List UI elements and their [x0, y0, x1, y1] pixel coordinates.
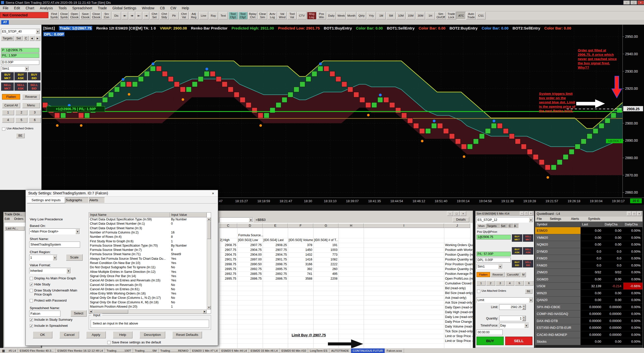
toolbar-button-ray[interactable]: Ray	[209, 12, 218, 19]
toolbar-button-sim-on-off[interactable]: Sim On/Off	[435, 12, 446, 19]
taskbar-tab-esm20-15-min-6-l4[interactable]: ESM20 15 Min #6 L4	[249, 348, 280, 353]
toolbar-button-yrly[interactable]: Yrly	[367, 12, 376, 19]
trade-orders-menu-edit[interactable]: Edit	[5, 217, 14, 221]
col-header-E[interactable]: E	[263, 223, 288, 228]
sheet-cell[interactable]: 3166	[288, 262, 312, 267]
sim-buy-button-2[interactable]: BUY BID	[512, 260, 522, 268]
toolbar-button-actv-log[interactable]: Actv Log	[268, 12, 277, 19]
qty-preset-6[interactable]: 6	[29, 117, 41, 123]
sheet-cell[interactable]: 2908.75	[220, 243, 236, 247]
sim-tab-a[interactable]: A	[514, 224, 519, 228]
qb-symbol-ymm20[interactable]: YMM20	[535, 234, 581, 241]
sheet-cell[interactable]: 2904.75	[263, 253, 287, 257]
toolbar-button-chrt-stdy[interactable]: Chrt Stdy	[160, 12, 169, 19]
input-row-value[interactable]: No	[171, 287, 206, 291]
toolbar-button-tool-val[interactable]: Tool Val	[287, 12, 297, 19]
toolbar-button-save-cbook[interactable]: Save Cbook	[80, 12, 90, 19]
sheet-cell[interactable]: 2892.75	[220, 272, 236, 276]
account-select[interactable]: ES_STOP_40▼	[1, 29, 40, 34]
sell-button-1[interactable]: SELL ASK	[14, 82, 27, 91]
toolbar-button-val-wind[interactable]: Val Wind	[278, 12, 287, 19]
qb-menu-file[interactable]: File	[537, 217, 547, 221]
input-row-name[interactable]: Maximum Position Allowed (In:20)	[90, 305, 170, 309]
toolbar-button-qtrly[interactable]: Qtrly	[357, 12, 366, 19]
trade-tab-targets[interactable]: Targets	[1, 36, 14, 41]
input-row-name[interactable]: Do Not Output Subgraphs Set To Ignore (I…	[90, 265, 170, 270]
sim-flatten-button[interactable]: Flatten	[477, 272, 490, 277]
sim-qty-preset-6[interactable]: 6	[524, 281, 533, 286]
toolbar-button-srv-con[interactable]: Srv Con	[102, 12, 111, 19]
qty-preset-2[interactable]: 2	[15, 110, 27, 115]
qb-symbol-stocks[interactable]: Stocks	[535, 338, 581, 345]
dropdown-arrow-icon[interactable]: ▼	[76, 229, 80, 234]
toolbar-button-line[interactable]: Line	[199, 12, 208, 19]
sheet-cell[interactable]: 1432	[288, 253, 312, 257]
qb-min-button[interactable]: –	[627, 212, 631, 216]
sheet-cell[interactable]: 260	[314, 267, 337, 271]
toolbar-button-atc[interactable]: ATC	[456, 12, 466, 19]
time-field[interactable]: 00:00:00	[477, 330, 503, 335]
input-row-value[interactable]: Yes	[171, 257, 206, 261]
toolbar-button-ctv[interactable]: CTV	[297, 12, 307, 19]
col-header-J[interactable]: J	[444, 223, 470, 228]
input-row-value[interactable]: No	[171, 283, 206, 287]
dialog-tab-settings-and-inputs[interactable]: Settings and Inputs	[27, 197, 65, 203]
input-row-value[interactable]: Yes	[171, 270, 206, 274]
limit-price-field[interactable]: 2582.25▲▼	[499, 304, 526, 310]
col-header-input-name[interactable]: Input Name	[89, 213, 170, 217]
input-row-name[interactable]: Cancel All Orders on Reversals (In:0)	[90, 283, 170, 287]
sheet-cell[interactable]: 1450	[288, 248, 312, 252]
chart-region-select[interactable]: 1▼	[29, 255, 57, 261]
sheet-cell[interactable]: 1416	[288, 257, 312, 262]
sim-account-select[interactable]: Sim1▼	[1, 66, 29, 71]
toolbar-button-auto-trade[interactable]: Auto Trade	[466, 12, 476, 19]
toolbar-button-week[interactable]: Week	[336, 12, 346, 19]
minimize-button[interactable]: –	[623, 1, 630, 5]
scroll-up-icon[interactable]: ▲	[207, 217, 211, 221]
sheet-cell[interactable]: 2904.75	[238, 248, 262, 252]
qb-col-header-0[interactable]: Symbol	[535, 222, 581, 227]
sim-max-button[interactable]: □	[524, 212, 528, 215]
scroll-right-icon[interactable]: ▶	[203, 310, 207, 313]
flatten-button[interactable]: Flatten	[2, 94, 20, 100]
sim-account-select[interactable]: ES_STOP_12▼	[477, 217, 533, 223]
cancel-button[interactable]: Cancel	[59, 331, 79, 338]
dropdown-arrow-icon[interactable]: ▼	[529, 298, 533, 302]
taskbar-tab--5-l4[interactable]: #5 L4	[7, 348, 18, 353]
order-type-select[interactable]: Limit▼	[477, 297, 533, 303]
qb-symbol-esm20[interactable]: ESM20	[535, 227, 581, 234]
formula-text[interactable]: =$B$3	[256, 218, 306, 222]
toolbar-button--[interactable]: ⇥	[143, 12, 149, 19]
dropdown-arrow-icon[interactable]: ▼	[498, 264, 502, 269]
input-row-value[interactable]: 0	[171, 222, 206, 226]
sheet-cell[interactable]: 2907.75	[238, 243, 262, 247]
input-row-value[interactable]: No	[171, 300, 206, 305]
qb-symbol-comp-ind-nasdaq[interactable]: COMP-IND-NASDAQ	[535, 310, 581, 317]
input-row-name[interactable]: Allow Entry With Working Orders (In:16)	[90, 291, 170, 296]
taskbar-tab-trading-renko[interactable]: Trading..........RENKO	[159, 348, 190, 353]
sheet-cell[interactable]: 2904.00	[238, 253, 262, 257]
sheet-cell[interactable]: 2904.75	[220, 253, 236, 257]
sim-cancel-all-button[interactable]: CancelAll	[505, 272, 520, 277]
menu-window[interactable]: Window	[139, 6, 157, 10]
input-row-name[interactable]: Chart Data Output Sheet Name (In:3)	[90, 226, 170, 230]
sheet-cell[interactable]: 2892.75	[263, 272, 287, 276]
toolbar-button-1m[interactable]: 1M	[377, 12, 386, 19]
buy-button-2[interactable]: BUY BID	[28, 72, 41, 80]
tab-prev-icon[interactable]: ◀	[29, 36, 35, 41]
taskbar-tab-esm20-5-min-4-l4[interactable]: ESM20 5 Min #4 L4	[220, 348, 249, 353]
sheet-cell[interactable]: 773	[314, 253, 337, 257]
sell-button-0[interactable]: SELL MKT	[1, 82, 14, 91]
spin-down-icon[interactable]: ▼	[522, 307, 526, 310]
toolbar-button-msg-log[interactable]: Msg Log	[307, 12, 316, 19]
sell-button-2[interactable]: SELL BID	[28, 82, 41, 91]
qb-symbol-znm20[interactable]: ZNM20	[535, 269, 581, 276]
qb-symbol-win20[interactable]: WIN20	[535, 290, 581, 297]
toolbar-button-tool-cfg1[interactable]: Tool Cfg1	[228, 12, 238, 19]
taskbar-tab-autotrade[interactable]: AUTOTRADE	[329, 348, 351, 353]
toolbar-button-30m[interactable]: 30M	[416, 12, 425, 19]
sim-min-button[interactable]: –	[520, 212, 524, 215]
toolbar-button-dis[interactable]: Dis	[112, 12, 121, 19]
sheet-max-button[interactable]: □	[454, 211, 460, 216]
sheet-cell[interactable]: 392	[288, 267, 312, 271]
